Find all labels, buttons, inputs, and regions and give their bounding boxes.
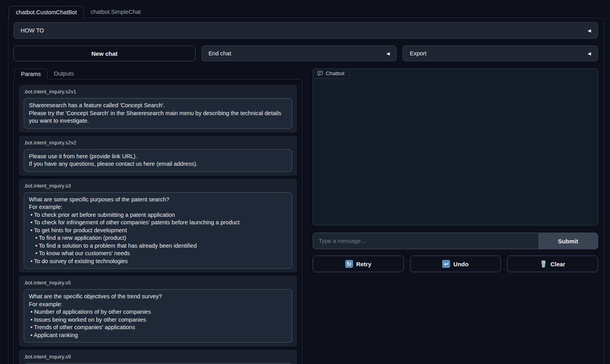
howto-label: HOW TO — [21, 27, 44, 34]
top-tabbar: chatbot.CustomChatBot chatbot.SimpleChat — [9, 6, 148, 18]
toolbar-row: New chat End chat ◀ Export ◀ — [13, 46, 598, 61]
retry-icon: ↻ — [345, 260, 353, 268]
param-textbox[interactable]: What are some specific purposes of the p… — [24, 192, 292, 269]
undo-icon: ↩ — [442, 260, 450, 268]
param-label: .bot.intent_inquiry.s5 — [24, 280, 292, 286]
params-column: Params Outputs .bot.intent_inquiry.s2v1 … — [13, 68, 302, 364]
param-block: .bot.intent_inquiry.s2v2 Please use it f… — [19, 136, 297, 176]
tab-outputs[interactable]: Outputs — [48, 68, 80, 79]
param-label: .bot.intent_inquiry.s2v2 — [24, 140, 292, 146]
end-chat-label: End chat — [209, 50, 231, 57]
end-chat-accordion[interactable]: End chat ◀ — [201, 46, 397, 61]
chatbot-column: Chatbot Submit ↻ Retry ↩ Undo — [313, 68, 598, 272]
params-tabbar: Params Outputs — [13, 68, 302, 79]
undo-button[interactable]: ↩ Undo — [410, 256, 501, 272]
export-label: Export — [410, 50, 426, 57]
retry-button[interactable]: ↻ Retry — [313, 256, 404, 272]
param-label: .bot.intent_inquiry.s9 — [24, 354, 292, 360]
undo-label: Undo — [453, 261, 468, 267]
param-block: .bot.intent_inquiry.s3 What are some spe… — [19, 179, 297, 273]
new-chat-button[interactable]: New chat — [13, 46, 196, 61]
param-block: .bot.intent_inquiry.s9 — [19, 350, 297, 364]
accordion-collapsed-arrow-icon: ◀ — [588, 28, 591, 33]
params-tab-content: .bot.intent_inquiry.s2v1 Shareresearch h… — [13, 79, 302, 364]
chatbot-label-chip: Chatbot — [313, 68, 350, 79]
chatbot-panel: Chatbot — [313, 68, 598, 226]
message-input-row: Submit — [313, 233, 598, 249]
accordion-collapsed-arrow-icon: ◀ — [386, 51, 390, 56]
chat-bubble-icon — [317, 70, 323, 76]
chatbot-label: Chatbot — [326, 70, 344, 76]
trash-icon — [540, 260, 547, 268]
accordion-collapsed-arrow-icon: ◀ — [588, 51, 591, 56]
param-label: .bot.intent_inquiry.s3 — [24, 183, 292, 189]
param-block: .bot.intent_inquiry.s5 What are the spec… — [19, 276, 297, 347]
message-input[interactable] — [313, 233, 538, 249]
tab-custom-chatbot[interactable]: chatbot.CustomChatBot — [9, 6, 84, 19]
param-textbox[interactable]: Shareresearch has a feature called 'Conc… — [24, 98, 292, 129]
chat-actions-row: ↻ Retry ↩ Undo Clear — [313, 256, 598, 272]
param-textbox[interactable]: Please use it from here (provide link UR… — [24, 149, 292, 172]
param-block: .bot.intent_inquiry.s2v1 Shareresearch h… — [19, 85, 297, 133]
tab-content-custom-chatbot: HOW TO ◀ New chat End chat ◀ Export ◀ Pa… — [8, 18, 604, 364]
param-label: .bot.intent_inquiry.s2v1 — [24, 89, 292, 95]
export-accordion[interactable]: Export ◀ — [403, 46, 598, 61]
submit-button[interactable]: Submit — [538, 233, 598, 249]
clear-label: Clear — [550, 261, 565, 267]
tab-params[interactable]: Params — [14, 68, 48, 80]
param-textbox[interactable]: What are the specific objectives of the … — [24, 289, 292, 343]
retry-label: Retry — [356, 261, 371, 267]
app-window: chatbot.CustomChatBot chatbot.SimpleChat… — [0, 0, 610, 364]
clear-button[interactable]: Clear — [507, 256, 598, 272]
tab-simple-chat[interactable]: chatbot.SimpleChat — [84, 6, 148, 18]
howto-accordion[interactable]: HOW TO ◀ — [13, 22, 598, 39]
